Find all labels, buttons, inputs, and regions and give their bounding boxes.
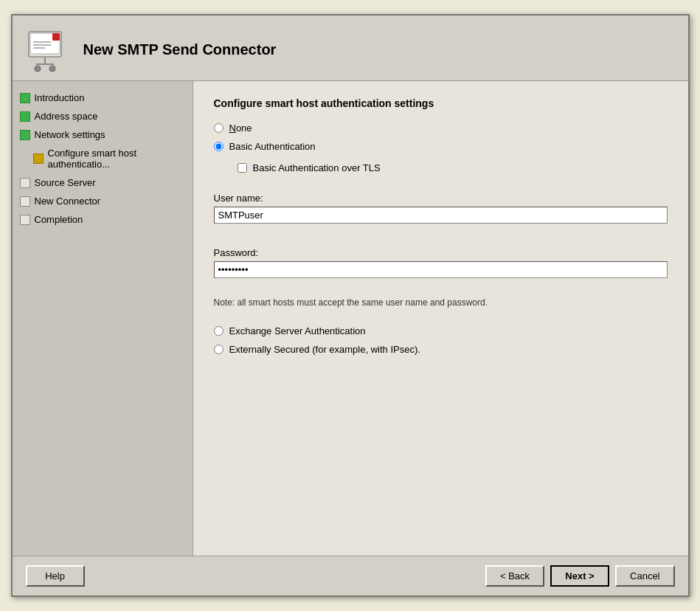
content-area: Introduction Address space Network setti… xyxy=(13,81,688,556)
sidebar-item-new-connector[interactable]: New Connector xyxy=(13,192,193,210)
status-dot-address-space xyxy=(20,111,30,122)
dialog-title: New SMTP Send Connector xyxy=(83,41,277,58)
nav-buttons: < Back Next > Cancel xyxy=(485,565,675,587)
sidebar-label-configure-smart: Configure smart host authenticatio... xyxy=(48,148,185,170)
dialog-window: New SMTP Send Connector Introduction Add… xyxy=(11,14,690,597)
svg-rect-2 xyxy=(52,33,60,41)
sidebar-item-source-server[interactable]: Source Server xyxy=(13,173,193,192)
sidebar-label-network-settings: Network settings xyxy=(35,129,105,140)
sidebar-label-source-server: Source Server xyxy=(35,177,96,188)
sidebar-item-configure-smart[interactable]: Configure smart host authenticatio... xyxy=(13,144,193,173)
checkbox-tls[interactable] xyxy=(238,163,247,173)
status-dot-source-server xyxy=(20,178,30,188)
sidebar-item-completion[interactable]: Completion xyxy=(13,210,193,229)
status-dot-network-settings xyxy=(20,130,30,140)
next-button[interactable]: Next > xyxy=(550,565,609,587)
note-text: Note: all smart hosts must accept the sa… xyxy=(214,297,668,308)
checkbox-item-tls[interactable]: Basic Authentication over TLS xyxy=(238,162,668,173)
radio-exchange-auth[interactable] xyxy=(214,326,223,336)
checkbox-tls-label: Basic Authentication over TLS xyxy=(253,162,381,173)
radio-item-externally-secured[interactable]: Externally Secured (for example, with IP… xyxy=(214,344,668,355)
back-button[interactable]: < Back xyxy=(485,565,544,587)
username-label: User name: xyxy=(214,193,668,204)
radio-item-exchange-auth[interactable]: Exchange Server Authentication xyxy=(214,325,668,336)
radio-none[interactable] xyxy=(214,123,223,133)
username-input[interactable] xyxy=(214,207,668,224)
status-dot-completion xyxy=(20,215,30,225)
status-dot-new-connector xyxy=(20,196,30,207)
sidebar: Introduction Address space Network setti… xyxy=(13,81,193,556)
sidebar-label-address-space: Address space xyxy=(35,111,98,122)
main-panel: Configure smart host authentication sett… xyxy=(193,81,688,556)
username-field-group: User name: xyxy=(214,193,668,224)
title-bar: New SMTP Send Connector xyxy=(13,15,688,81)
sidebar-item-address-space[interactable]: Address space xyxy=(13,107,193,125)
cancel-button[interactable]: Cancel xyxy=(615,565,674,587)
auth-options-group: None Basic Authentication Basic Authenti… xyxy=(214,122,668,355)
password-field-group: Password: xyxy=(214,247,668,278)
radio-externally-secured-label: Externally Secured (for example, with IP… xyxy=(229,344,420,355)
radio-none-label: None xyxy=(229,122,252,134)
sidebar-label-new-connector: New Connector xyxy=(35,196,101,207)
section-title: Configure smart host authentication sett… xyxy=(214,97,668,109)
password-input[interactable] xyxy=(214,261,668,278)
sidebar-label-completion: Completion xyxy=(35,214,83,225)
sidebar-label-introduction: Introduction xyxy=(35,92,85,103)
radio-basic-auth-label: Basic Authentication xyxy=(229,141,316,152)
status-dot-configure-smart xyxy=(33,153,44,164)
radio-item-basic-auth[interactable]: Basic Authentication xyxy=(214,141,668,152)
password-label: Password: xyxy=(214,247,668,258)
status-dot-introduction xyxy=(20,93,30,103)
radio-item-none[interactable]: None xyxy=(214,122,668,134)
help-button[interactable]: Help xyxy=(26,565,85,587)
app-icon xyxy=(24,26,72,73)
radio-exchange-auth-label: Exchange Server Authentication xyxy=(229,325,366,336)
sidebar-item-network-settings[interactable]: Network settings xyxy=(13,125,193,144)
radio-externally-secured[interactable] xyxy=(214,345,223,354)
radio-basic-auth[interactable] xyxy=(214,142,223,151)
bottom-bar: Help < Back Next > Cancel xyxy=(13,556,688,596)
sidebar-item-introduction[interactable]: Introduction xyxy=(13,89,193,107)
